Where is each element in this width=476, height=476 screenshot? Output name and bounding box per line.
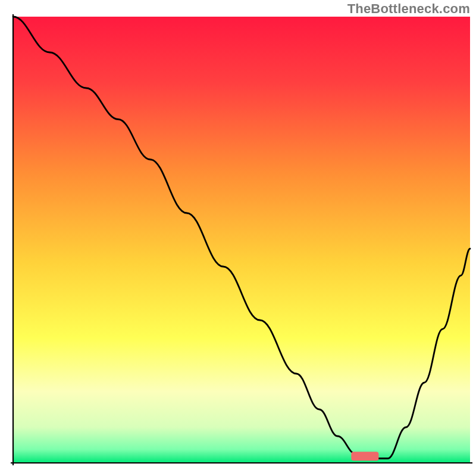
watermark-label: TheBottleneck.com (347, 1, 470, 17)
chart-svg (0, 0, 476, 476)
target-marker (351, 452, 378, 461)
chart-background (13, 17, 470, 463)
chart-container: TheBottleneck.com (0, 0, 476, 476)
